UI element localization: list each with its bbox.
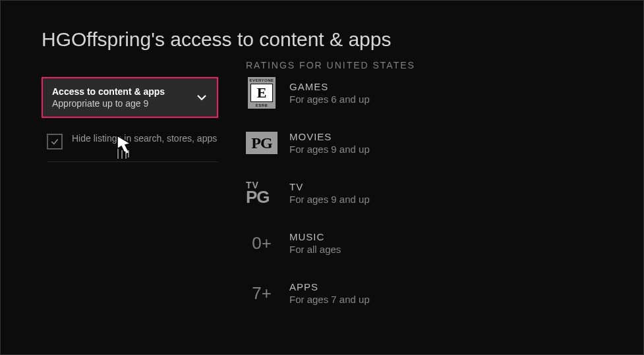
access-level-dropdown[interactable]: Access to content & apps Appropriate up … (42, 77, 218, 118)
esrb-e-icon: EVERYONE E ESRB (246, 77, 278, 109)
rating-row-apps: 7+ APPS For ages 7 and up (246, 277, 457, 309)
hide-listings-checkbox[interactable] (47, 134, 63, 150)
rating-category: GAMES (289, 81, 370, 92)
rating-row-games: EVERYONE E ESRB GAMES For ages 6 and up (246, 77, 457, 109)
dropdown-value: Appropriate up to age 9 (52, 98, 165, 109)
page-title: HGOffspring's access to content & apps (42, 28, 391, 51)
rating-category: TV (289, 181, 370, 192)
rating-detail: For ages 9 and up (289, 144, 370, 155)
hide-listings-row[interactable]: Hide listings in search, stores, apps (47, 132, 218, 162)
ratings-region-header: RATINGS FOR UNITED STATES (246, 60, 415, 70)
rating-row-music: 0+ MUSIC For all ages (246, 227, 457, 259)
hide-listings-label: Hide listings in search, stores, apps (72, 132, 217, 146)
rating-detail: For ages 7 and up (289, 294, 370, 305)
tvpg-icon: TV PG (246, 177, 278, 209)
chevron-down-icon (196, 92, 208, 103)
age-0-icon: 0+ (246, 227, 278, 259)
rating-detail: For all ages (289, 244, 341, 255)
ratings-list: EVERYONE E ESRB GAMES For ages 6 and up … (246, 77, 457, 327)
age-7-icon: 7+ (246, 277, 278, 309)
rating-detail: For ages 6 and up (289, 94, 370, 105)
dropdown-label: Access to content & apps (52, 86, 165, 97)
rating-row-movies: PG MOVIES For ages 9 and up (246, 127, 457, 159)
rating-row-tv: TV PG TV For ages 9 and up (246, 177, 457, 209)
check-icon (50, 137, 59, 146)
rating-category: MUSIC (289, 231, 341, 242)
rating-category: APPS (289, 281, 370, 292)
rating-detail: For ages 9 and up (289, 194, 370, 205)
rating-category: MOVIES (289, 131, 370, 142)
pg-icon: PG (246, 127, 278, 159)
